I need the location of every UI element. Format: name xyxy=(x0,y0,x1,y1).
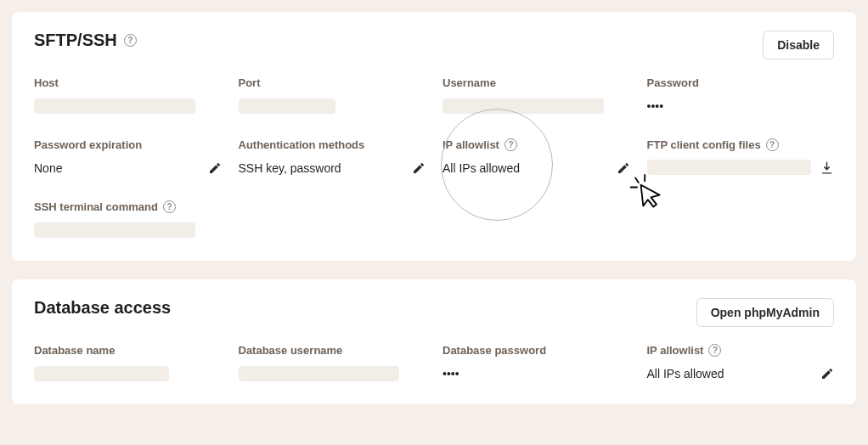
auth-methods-field: Authentication methods SSH key, password xyxy=(239,138,426,177)
sftp-title-text: SFTP/SSH xyxy=(34,31,117,50)
db-ip-allowlist-field: IP allowlist ? All IPs allowed xyxy=(647,344,835,382)
auth-methods-value: SSH key, password xyxy=(239,161,413,175)
sftp-grid: Host Port Username Password •••• Passwor… xyxy=(34,76,834,239)
db-card-title: Database access xyxy=(34,298,171,318)
password-expiration-value: None xyxy=(34,161,208,175)
port-value-placeholder xyxy=(239,99,336,114)
db-password-label: Database password xyxy=(442,344,630,357)
port-label: Port xyxy=(239,76,426,89)
ip-allowlist-label-text: IP allowlist xyxy=(442,138,499,151)
ssh-terminal-label: SSH terminal command ? xyxy=(34,200,222,213)
edit-icon[interactable] xyxy=(820,367,834,380)
sftp-ssh-card: SFTP/SSH ? Disable Host Port Username Pa… xyxy=(12,12,856,261)
download-icon[interactable] xyxy=(820,161,834,175)
db-ip-allowlist-label: IP allowlist ? xyxy=(647,344,835,357)
db-name-label: Database name xyxy=(34,344,222,357)
username-field: Username xyxy=(442,76,630,115)
port-field: Port xyxy=(239,76,426,115)
help-icon[interactable]: ? xyxy=(124,34,137,47)
db-name-field: Database name xyxy=(34,344,222,382)
help-icon[interactable]: ? xyxy=(708,344,721,357)
password-expiration-field: Password expiration None xyxy=(34,138,222,177)
help-icon[interactable]: ? xyxy=(163,200,176,213)
ssh-terminal-value-placeholder xyxy=(34,222,195,238)
db-ip-allowlist-label-text: IP allowlist xyxy=(647,344,704,357)
ssh-terminal-field: SSH terminal command ? xyxy=(34,200,222,239)
open-phpmyadmin-button[interactable]: Open phpMyAdmin xyxy=(696,298,834,327)
db-password-value: •••• xyxy=(442,367,630,380)
db-username-value-placeholder xyxy=(239,366,400,381)
username-value-placeholder xyxy=(442,99,604,114)
username-label: Username xyxy=(442,76,630,89)
ftp-config-value-placeholder xyxy=(647,160,812,175)
help-icon[interactable]: ? xyxy=(766,138,779,151)
db-card-header: Database access Open phpMyAdmin xyxy=(34,298,834,327)
edit-icon[interactable] xyxy=(412,161,426,175)
db-grid: Database name Database username Database… xyxy=(34,344,834,382)
db-name-value-placeholder xyxy=(34,366,169,381)
sftp-card-title: SFTP/SSH ? xyxy=(34,31,137,50)
ip-allowlist-label: IP allowlist ? xyxy=(442,138,630,151)
db-ip-allowlist-value: All IPs allowed xyxy=(647,367,821,380)
ftp-config-field: FTP client config files ? xyxy=(647,138,835,177)
database-access-card: Database access Open phpMyAdmin Database… xyxy=(12,279,856,404)
password-label: Password xyxy=(647,76,835,89)
ftp-config-label: FTP client config files ? xyxy=(647,138,835,151)
ssh-terminal-label-text: SSH terminal command xyxy=(34,200,158,213)
disable-button[interactable]: Disable xyxy=(763,31,834,59)
host-label: Host xyxy=(34,76,222,89)
auth-methods-label: Authentication methods xyxy=(239,138,426,151)
ftp-config-label-text: FTP client config files xyxy=(647,138,761,151)
sftp-card-header: SFTP/SSH ? Disable xyxy=(34,31,834,59)
password-expiration-label: Password expiration xyxy=(34,138,222,151)
edit-icon[interactable] xyxy=(617,161,630,175)
db-username-field: Database username xyxy=(239,344,426,382)
edit-icon[interactable] xyxy=(208,161,222,175)
password-value: •••• xyxy=(647,99,835,113)
password-field: Password •••• xyxy=(647,76,835,115)
db-password-field: Database password •••• xyxy=(442,344,630,382)
help-icon[interactable]: ? xyxy=(504,138,517,151)
ip-allowlist-value: All IPs allowed xyxy=(442,161,617,175)
db-username-label: Database username xyxy=(239,344,426,357)
host-field: Host xyxy=(34,76,222,115)
db-title-text: Database access xyxy=(34,298,171,318)
ip-allowlist-field: IP allowlist ? All IPs allowed xyxy=(442,138,630,177)
host-value-placeholder xyxy=(34,99,195,114)
